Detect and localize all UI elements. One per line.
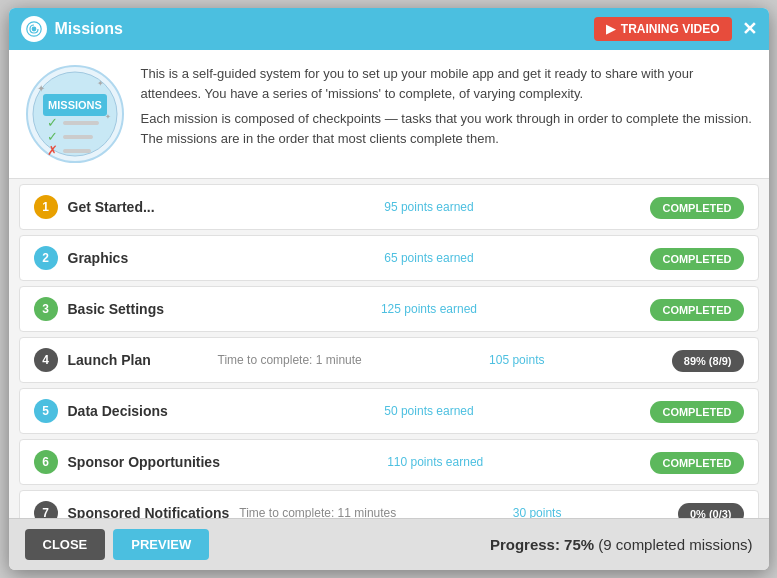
mission-name-7: Sponsored Notifications	[68, 505, 230, 518]
mission-time-4: Time to complete: 1 minute	[218, 353, 362, 367]
intro-text: This is a self-guided system for you to …	[141, 64, 753, 148]
status-badge-4: 89% (8/9)	[672, 350, 744, 372]
svg-text:MISSIONS: MISSIONS	[48, 99, 102, 111]
modal-title: Missions	[55, 20, 123, 38]
status-badge-2: COMPLETED	[650, 248, 743, 270]
close-x-button[interactable]: ✕	[742, 20, 757, 38]
status-badge-3: COMPLETED	[650, 299, 743, 321]
svg-text:✗: ✗	[47, 143, 58, 158]
training-video-button[interactable]: ▶ TRAINING VIDEO	[594, 17, 732, 41]
mission-row[interactable]: 3 Basic Settings 125 points earned COMPL…	[19, 286, 759, 332]
intro-section: ✦ ✦ ✦ MISSIONS ✓ ✓ ✗ This is a self-guid…	[9, 50, 769, 179]
mission-row[interactable]: 2 Graphics 65 points earned COMPLETED	[19, 235, 759, 281]
progress-detail: (9 completed missions)	[598, 536, 752, 553]
mission-row[interactable]: 7 Sponsored Notifications Time to comple…	[19, 490, 759, 518]
mission-status-5: COMPLETED	[650, 402, 743, 420]
intro-paragraph-2: Each mission is composed of checkpoints …	[141, 109, 753, 148]
footer-progress: Progress: 75% (9 completed missions)	[490, 536, 753, 553]
status-badge-6: COMPLETED	[650, 452, 743, 474]
svg-text:✦: ✦	[37, 83, 45, 94]
svg-rect-12	[63, 121, 99, 125]
missions-list: 1 Get Started... 95 points earned COMPLE…	[9, 179, 769, 518]
mission-points-3: 125 points earned	[218, 302, 641, 316]
missions-badge: ✦ ✦ ✦ MISSIONS ✓ ✓ ✗	[25, 64, 125, 164]
mission-number-7: 7	[34, 501, 58, 518]
svg-rect-14	[63, 149, 91, 153]
mission-row[interactable]: 6 Sponsor Opportunities 110 points earne…	[19, 439, 759, 485]
intro-paragraph-1: This is a self-guided system for you to …	[141, 64, 753, 103]
mission-points-6: 110 points earned	[230, 455, 640, 469]
mission-row[interactable]: 1 Get Started... 95 points earned COMPLE…	[19, 184, 759, 230]
svg-text:✦: ✦	[97, 79, 104, 88]
mission-points-5: 50 points earned	[218, 404, 641, 418]
play-icon: ▶	[606, 22, 615, 36]
mission-number-5: 5	[34, 399, 58, 423]
mission-number-3: 3	[34, 297, 58, 321]
mission-name-5: Data Decisions	[68, 403, 208, 419]
mission-time-7: Time to complete: 11 minutes	[239, 506, 396, 518]
mission-status-1: COMPLETED	[650, 198, 743, 216]
close-button[interactable]: CLOSE	[25, 529, 106, 560]
mission-row[interactable]: 4 Launch Plan Time to complete: 1 minute…	[19, 337, 759, 383]
preview-button[interactable]: PREVIEW	[113, 529, 209, 560]
app-logo	[21, 16, 47, 42]
mission-number-6: 6	[34, 450, 58, 474]
modal-container: Missions ▶ TRAINING VIDEO ✕ ✦ ✦ ✦ MISSIO…	[9, 8, 769, 570]
mission-points-1: 95 points earned	[218, 200, 641, 214]
mission-status-3: COMPLETED	[650, 300, 743, 318]
mission-row[interactable]: 5 Data Decisions 50 points earned COMPLE…	[19, 388, 759, 434]
svg-rect-13	[63, 135, 93, 139]
mission-status-4: 89% (8/9)	[672, 351, 744, 369]
mission-name-1: Get Started...	[68, 199, 208, 215]
status-badge-7: 0% (0/3)	[678, 503, 744, 518]
mission-status-7: 0% (0/3)	[678, 504, 744, 518]
status-badge-1: COMPLETED	[650, 197, 743, 219]
mission-number-4: 4	[34, 348, 58, 372]
footer-buttons: CLOSE PREVIEW	[25, 529, 210, 560]
mission-status-6: COMPLETED	[650, 453, 743, 471]
svg-text:✓: ✓	[47, 115, 58, 130]
mission-number-2: 2	[34, 246, 58, 270]
mission-number-1: 1	[34, 195, 58, 219]
mission-points-4: 105 points	[372, 353, 662, 367]
svg-text:✓: ✓	[47, 129, 58, 144]
mission-name-2: Graphics	[68, 250, 208, 266]
training-btn-label: TRAINING VIDEO	[621, 22, 720, 36]
mission-points-7: 30 points	[406, 506, 668, 518]
progress-percent: Progress: 75%	[490, 536, 594, 553]
header-left: Missions	[21, 16, 123, 42]
header-right: ▶ TRAINING VIDEO ✕	[594, 17, 757, 41]
modal-footer: CLOSE PREVIEW Progress: 75% (9 completed…	[9, 518, 769, 570]
mission-points-2: 65 points earned	[218, 251, 641, 265]
mission-name-4: Launch Plan	[68, 352, 208, 368]
mission-status-2: COMPLETED	[650, 249, 743, 267]
mission-name-3: Basic Settings	[68, 301, 208, 317]
mission-name-6: Sponsor Opportunities	[68, 454, 220, 470]
status-badge-5: COMPLETED	[650, 401, 743, 423]
modal-header: Missions ▶ TRAINING VIDEO ✕	[9, 8, 769, 50]
svg-point-1	[31, 27, 36, 32]
